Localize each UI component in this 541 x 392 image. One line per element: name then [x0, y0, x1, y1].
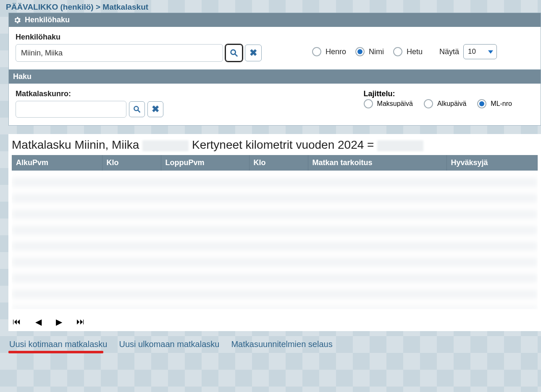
gear-icon[interactable]: [13, 16, 21, 24]
radio-alkupaiva[interactable]: Alkupäivä: [424, 99, 466, 108]
pager-prev-icon[interactable]: ◀: [35, 317, 42, 327]
breadcrumb-current: Matkalaskut: [102, 3, 148, 11]
col-tarkoitus[interactable]: Matkan tarkoitus: [308, 155, 446, 171]
svg-point-2: [134, 106, 138, 110]
radio-mlnro[interactable]: ML-nro: [477, 99, 512, 108]
content-title: Matkalasku Miinin, Miika Kertyneet kilom…: [8, 134, 541, 155]
highlight-underline: [8, 351, 103, 353]
svg-line-3: [138, 110, 140, 113]
panel-header-haku: Haku: [9, 70, 541, 84]
search-button[interactable]: [226, 45, 242, 61]
results-table: AlkuPvm Klo LoppuPvm Klo Matkan tarkoitu…: [12, 155, 538, 171]
col-hyvaksyja[interactable]: Hyväksyjä: [446, 155, 538, 171]
col-alkupvm[interactable]: AlkuPvm: [12, 155, 102, 171]
henkilohaku-input[interactable]: [16, 44, 223, 62]
svg-line-1: [235, 54, 238, 57]
clear-button[interactable]: ✖: [147, 101, 163, 117]
search-button[interactable]: [129, 101, 145, 117]
matkalaskunro-input[interactable]: [16, 101, 126, 118]
breadcrumb: PÄÄVALIKKO (henkilö) > Matkalaskut: [0, 0, 541, 13]
henkilohaku-label: Henkilöhaku: [16, 33, 534, 42]
col-klo1[interactable]: Klo: [102, 155, 161, 171]
redacted-block: [377, 140, 423, 151]
link-uusi-kotimaan[interactable]: Uusi kotimaan matkalasku: [9, 339, 107, 349]
nayta-select[interactable]: 10: [463, 44, 497, 59]
clear-button[interactable]: ✖: [245, 45, 262, 61]
action-links: Uusi kotimaan matkalasku Uusi ulkomaan m…: [0, 331, 541, 349]
table-header-row: AlkuPvm Klo LoppuPvm Klo Matkan tarkoitu…: [12, 155, 538, 171]
svg-point-0: [231, 50, 236, 55]
nayta-label: Näytä: [439, 47, 459, 56]
pager: ⏮ ◀ ▶ ⏭: [8, 309, 541, 327]
redacted-block: [142, 140, 189, 151]
table-body-blurred: [12, 171, 538, 309]
panel-title: Haku: [13, 72, 32, 81]
lajittelu-label: Lajittelu:: [364, 89, 517, 98]
pager-last-icon[interactable]: ⏭: [76, 317, 85, 327]
col-klo2[interactable]: Klo: [249, 155, 308, 171]
breadcrumb-root[interactable]: PÄÄVALIKKO (henkilö): [6, 3, 94, 11]
radio-maksupaiva[interactable]: Maksupäivä: [364, 99, 413, 108]
link-matkasuunnitelmien[interactable]: Matkasuunnitelmien selaus: [231, 339, 332, 349]
radio-henro[interactable]: Henro: [312, 47, 346, 56]
radio-nimi[interactable]: Nimi: [355, 47, 384, 56]
content-area: Matkalasku Miinin, Miika Kertyneet kilom…: [8, 134, 541, 331]
close-icon: ✖: [249, 47, 257, 58]
pager-next-icon[interactable]: ▶: [56, 317, 62, 327]
panel-header-henkilohaku: Henkilöhaku: [9, 13, 541, 27]
panel-title: Henkilöhaku: [25, 16, 70, 24]
link-uusi-ulkomaan[interactable]: Uusi ulkomaan matkalasku: [119, 339, 219, 349]
panel-haku: Haku Matkalaskunro: ✖ Lajittelu:: [8, 70, 541, 126]
matkalaskunro-label: Matkalaskunro:: [16, 89, 163, 98]
pager-first-icon[interactable]: ⏮: [13, 317, 21, 327]
col-loppupvm[interactable]: LoppuPvm: [161, 155, 249, 171]
close-icon: ✖: [152, 104, 159, 115]
panel-henkilohaku: Henkilöhaku Henkilöhaku ✖ Henro Nimi: [8, 13, 541, 70]
radio-hetu[interactable]: Hetu: [393, 47, 423, 56]
